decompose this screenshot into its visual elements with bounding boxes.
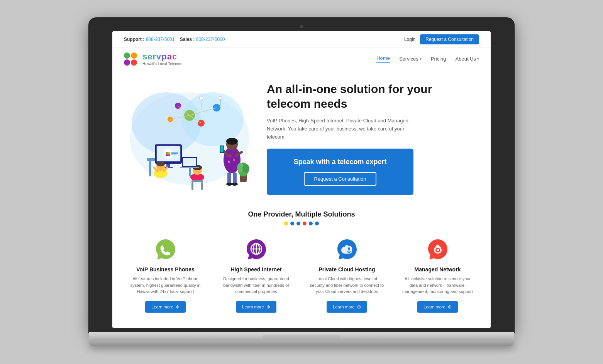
svg-rect-40 [191, 182, 193, 190]
nav-about[interactable]: About Us ▾ [456, 56, 479, 62]
services-grid: VoIP Business Phones All features includ… [124, 235, 479, 317]
svg-point-63 [242, 164, 249, 173]
sales-number: 808-237-5000 [196, 37, 225, 42]
laptop-screen: Support : 808-237-5001 Sales : 808-237-5… [112, 31, 491, 328]
site-nav: servpac Hawaii's Local Telecom Home Serv… [112, 48, 491, 70]
svg-point-73 [437, 249, 439, 251]
network-learn-arrow-icon: ⊕ [448, 304, 452, 310]
hero-cta-box: Speak with a telecom expert Request a Co… [267, 149, 413, 195]
laptop-bottom [89, 340, 514, 346]
network-icon [426, 239, 449, 262]
internet-icon [245, 239, 268, 262]
nav-services[interactable]: Services ▾ [399, 56, 422, 62]
service-card-internet: High Speed Internet Designed for busines… [215, 235, 298, 317]
sales-label: Sales : [180, 37, 195, 42]
svg-rect-28 [171, 154, 176, 155]
svg-point-26 [168, 154, 170, 156]
service-card-network: Managed Network All inclusive solution t… [396, 235, 479, 317]
carousel-dots [124, 222, 479, 225]
nav-home[interactable]: Home [376, 55, 390, 63]
svg-rect-39 [191, 180, 203, 182]
hero-section: An all-in-one solution for your telecom … [112, 70, 491, 203]
svg-point-24 [168, 152, 170, 154]
topbar-actions: Login Request a Consultation [404, 34, 479, 44]
dot-1[interactable] [284, 222, 288, 225]
svg-point-68 [348, 247, 350, 250]
svg-rect-45 [180, 167, 199, 168]
logo-text: servpac Hawaii's Local Telecom [142, 52, 182, 66]
svg-point-13 [199, 96, 203, 100]
hero-title: An all-in-one solution for your telecom … [267, 82, 479, 111]
about-chevron-icon: ▾ [477, 57, 479, 61]
logo-brand-name: servpac [142, 52, 182, 62]
voip-learn-more-button[interactable]: Learn more ⊕ [145, 301, 185, 313]
svg-rect-17 [149, 161, 151, 176]
dot-5[interactable] [309, 222, 313, 225]
hero-subtitle: VoIP Phones, High-Speed Internet, Privat… [267, 117, 413, 141]
hero-illustration [124, 85, 255, 193]
dot-4[interactable] [303, 222, 307, 225]
logo-tagline: Hawaii's Local Telecom [142, 62, 182, 66]
svg-point-22 [164, 149, 173, 159]
voip-service-name: VoIP Business Phones [128, 266, 203, 273]
internet-service-desc: Designed for business, guaranteed bandwi… [219, 276, 294, 295]
voip-service-desc: All features included in VoIP phone syst… [128, 276, 203, 295]
svg-point-25 [166, 154, 168, 156]
services-chevron-icon: ▾ [420, 57, 422, 61]
svg-point-23 [166, 152, 168, 154]
logo-icon [124, 52, 139, 66]
topbar-contact: Support : 808-237-5001 Sales : 808-237-5… [124, 37, 225, 42]
svg-rect-57 [233, 173, 237, 184]
svg-point-33 [156, 162, 165, 166]
network-learn-more-button[interactable]: Learn more ⊕ [417, 301, 457, 313]
logo-circle-orange [131, 52, 137, 59]
svg-rect-30 [164, 167, 173, 168]
screen-bezel: Support : 808-237-5001 Sales : 808-237-5… [89, 18, 514, 332]
cloud-service-desc: Local Cloud with highest level of securi… [309, 276, 384, 295]
svg-point-59 [232, 183, 238, 186]
login-button[interactable]: Login [404, 37, 415, 42]
cloud-icon [335, 239, 359, 262]
cloud-learn-arrow-icon: ⊕ [357, 304, 361, 310]
network-service-name: Managed Network [400, 266, 475, 273]
svg-rect-56 [227, 173, 231, 184]
logo-circle-red [131, 59, 137, 66]
service-card-voip: VoIP Business Phones All features includ… [124, 235, 207, 317]
hero-consultation-button[interactable]: Request a Consultation [304, 172, 376, 186]
svg-rect-44 [183, 158, 196, 166]
support-number: 808-237-5001 [146, 37, 175, 42]
svg-rect-54 [220, 146, 224, 152]
svg-point-58 [226, 183, 232, 186]
internet-service-name: High Speed Internet [219, 266, 294, 273]
svg-rect-41 [201, 182, 203, 190]
network-service-desc: All inclusive solution to secure your da… [400, 276, 475, 295]
svg-point-49 [228, 161, 230, 163]
laptop-camera [300, 25, 303, 28]
svg-rect-27 [171, 152, 178, 154]
service-card-cloud: Private Cloud Hosting Local Cloud with h… [305, 235, 388, 317]
voip-icon [154, 239, 177, 262]
dot-3[interactable] [296, 222, 300, 225]
laptop-trackpad-notch [263, 335, 340, 340]
cloud-learn-more-button[interactable]: Learn more ⊕ [327, 301, 367, 313]
solutions-section: One Provider, Multiple Solutions [112, 203, 491, 328]
dot-2[interactable] [290, 222, 294, 225]
voip-learn-arrow-icon: ⊕ [176, 304, 180, 310]
internet-learn-more-button[interactable]: Learn more ⊕ [236, 301, 276, 313]
logo[interactable]: servpac Hawaii's Local Telecom [124, 52, 182, 66]
laptop-base [89, 332, 514, 340]
site-topbar: Support : 808-237-5001 Sales : 808-237-5… [112, 31, 491, 48]
internet-learn-arrow-icon: ⊕ [266, 304, 270, 310]
topbar-consultation-button[interactable]: Request a Consultation [420, 34, 479, 44]
solutions-title: One Provider, Multiple Solutions [124, 210, 479, 218]
nav-links: Home Services ▾ Pricing About Us ▾ [376, 55, 479, 63]
hero-content: An all-in-one solution for your telecom … [267, 82, 479, 195]
hero-cta-title: Speak with a telecom expert [278, 158, 402, 166]
svg-point-48 [233, 159, 235, 161]
svg-point-15 [219, 97, 222, 100]
nav-pricing[interactable]: Pricing [431, 56, 446, 62]
svg-point-51 [226, 138, 238, 145]
logo-circle-green [124, 52, 130, 59]
svg-rect-29 [166, 164, 170, 167]
dot-6[interactable] [315, 222, 319, 225]
